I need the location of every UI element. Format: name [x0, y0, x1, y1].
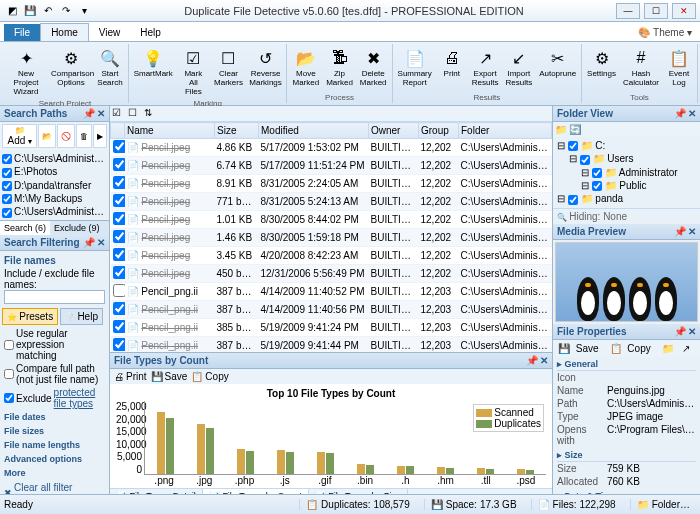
- protected-types-link[interactable]: protected file types: [54, 387, 105, 409]
- tree-node[interactable]: ⊟ 📁 panda: [557, 192, 696, 205]
- filter-category[interactable]: File name lengths: [0, 438, 109, 452]
- move-marked[interactable]: 📂MoveMarked: [289, 44, 322, 92]
- filename-filter-input[interactable]: [4, 290, 105, 304]
- filter-category[interactable]: File dates: [0, 410, 109, 424]
- sp-tool-1[interactable]: 📂: [38, 124, 56, 148]
- chart-print-button[interactable]: 🖨 Print: [114, 371, 147, 382]
- print[interactable]: 🖨Print: [436, 44, 468, 92]
- smartmark[interactable]: 💡SmartMark: [131, 44, 175, 98]
- start-search[interactable]: 🔍StartSearch: [94, 44, 126, 98]
- tab-file[interactable]: File: [4, 24, 40, 41]
- filter-category[interactable]: File sizes: [0, 424, 109, 438]
- table-row[interactable]: 📄 Pencil_png.ii387 b…5/19/2009 9:41:44 P…: [111, 337, 552, 353]
- pin-icon[interactable]: 📌: [83, 108, 95, 119]
- table-row[interactable]: 📄 Pencil.jpeg6.74 KB5/17/2009 11:51:24 P…: [111, 157, 552, 175]
- regex-checkbox[interactable]: [4, 340, 14, 350]
- sp-tool-2[interactable]: 🚫: [57, 124, 75, 148]
- add-path-button[interactable]: 📁 Add ▾: [2, 124, 37, 148]
- sp-tool-3[interactable]: 🗑: [76, 124, 92, 148]
- results-grid[interactable]: NameSizeModifiedOwnerGroupFolder📄 Pencil…: [110, 122, 552, 352]
- grid-tool-icon[interactable]: ☐: [128, 107, 142, 121]
- fp-copy-button[interactable]: 📋 Copy: [607, 342, 657, 355]
- reverse-markings[interactable]: ↺ReverseMarkings: [247, 44, 285, 98]
- event-log[interactable]: 📋EventLog: [663, 44, 695, 92]
- tab-help[interactable]: Help: [130, 24, 171, 41]
- col-header[interactable]: Name: [125, 123, 215, 139]
- presets-button[interactable]: ⭐ Presets: [2, 308, 58, 325]
- path-checkbox[interactable]: [2, 194, 12, 204]
- qat-undo-icon[interactable]: ↶: [40, 3, 56, 19]
- path-checkbox[interactable]: [2, 154, 12, 164]
- table-row[interactable]: 📄 Pencil.jpeg1.01 KB8/30/2005 8:44:02 PM…: [111, 211, 552, 229]
- table-row[interactable]: 📄 Pencil.jpeg771 b…8/31/2005 5:24:13 AMB…: [111, 193, 552, 211]
- close-panel-icon[interactable]: ✕: [97, 108, 105, 119]
- close-panel-icon[interactable]: ✕: [540, 355, 548, 366]
- import-results[interactable]: ↙ImportResults: [502, 44, 535, 92]
- tree-node[interactable]: ⊟ 📁 Users: [557, 152, 696, 165]
- settings[interactable]: ⚙Settings: [584, 44, 619, 92]
- help-button[interactable]: ❔ Help: [60, 308, 103, 325]
- hash-calculator[interactable]: #HashCalculator: [620, 44, 662, 92]
- table-row[interactable]: 📄 Pencil.jpeg4.86 KB5/17/2009 1:53:02 PM…: [111, 139, 552, 157]
- row-checkbox[interactable]: [113, 140, 125, 153]
- close-panel-icon[interactable]: ✕: [97, 237, 105, 248]
- qat-redo-icon[interactable]: ↷: [58, 3, 74, 19]
- autoprune[interactable]: ✂Autoprune: [536, 44, 579, 92]
- props-section-header[interactable]: ▸ Date & Time: [557, 490, 696, 494]
- close-panel-icon[interactable]: ✕: [688, 326, 696, 337]
- row-checkbox[interactable]: [113, 212, 125, 225]
- node-checkbox[interactable]: [568, 195, 578, 205]
- table-row[interactable]: 📄 Pencil.jpeg8.91 KB8/31/2005 2:24:05 AM…: [111, 175, 552, 193]
- table-row[interactable]: 📄 Pencil.jpeg1.46 KB8/30/2005 1:59:18 PM…: [111, 229, 552, 247]
- chart-copy-button[interactable]: 📋 Copy: [191, 371, 228, 382]
- clear-markers[interactable]: ☐ClearMarkers: [211, 44, 245, 98]
- node-checkbox[interactable]: [592, 168, 602, 178]
- close-panel-icon[interactable]: ✕: [688, 108, 696, 119]
- qat-dropdown-icon[interactable]: ▾: [76, 3, 92, 19]
- col-header[interactable]: Modified: [259, 123, 369, 139]
- new-project-wizard[interactable]: ✦New ProjectWizard: [4, 44, 48, 98]
- col-header[interactable]: Owner: [369, 123, 419, 139]
- minimize-button[interactable]: —: [616, 3, 640, 19]
- node-checkbox[interactable]: [568, 141, 578, 151]
- export-results[interactable]: ↗ExportResults: [469, 44, 502, 92]
- row-checkbox[interactable]: [113, 284, 125, 297]
- chart-save-button[interactable]: 💾 Save: [151, 371, 188, 382]
- filter-category[interactable]: Advanced options: [0, 452, 109, 466]
- pin-icon[interactable]: 📌: [674, 226, 686, 237]
- theme-picker[interactable]: 🎨 Theme ▾: [630, 24, 700, 41]
- search-path-item[interactable]: C:\Users\Administrator\Documents: [2, 205, 107, 218]
- tree-node[interactable]: ⊟ 📁 Public: [557, 179, 696, 192]
- delete-marked[interactable]: ✖DeleteMarked: [357, 44, 390, 92]
- chart-tab[interactable]: 📊 File Types by Count: [203, 489, 309, 494]
- search-path-item[interactable]: D:\panda\transfer: [2, 179, 107, 192]
- qat-save-icon[interactable]: 💾: [22, 3, 38, 19]
- node-checkbox[interactable]: [592, 181, 602, 191]
- chart-tab[interactable]: 📊 File Types by Size: [309, 489, 408, 494]
- grid-tool-icon[interactable]: ☑: [112, 107, 126, 121]
- node-checkbox[interactable]: [580, 155, 590, 165]
- path-checkbox[interactable]: [2, 168, 12, 178]
- pin-icon[interactable]: 📌: [674, 326, 686, 337]
- exclude-protected-checkbox[interactable]: [4, 393, 14, 403]
- row-checkbox[interactable]: [113, 230, 125, 243]
- table-row[interactable]: 📄 Pencil.jpeg450 b…12/31/2006 5:56:49 PM…: [111, 265, 552, 283]
- clear-filter-link[interactable]: ✖ Clear all filter criteria: [0, 480, 109, 494]
- tab-home[interactable]: Home: [40, 23, 89, 41]
- col-header[interactable]: Size: [215, 123, 259, 139]
- pin-icon[interactable]: 📌: [674, 108, 686, 119]
- grid-tool-icon[interactable]: ⇅: [144, 107, 158, 121]
- row-checkbox[interactable]: [113, 194, 125, 207]
- fp-save-button[interactable]: 💾 Save: [555, 342, 605, 355]
- row-checkbox[interactable]: [113, 158, 125, 171]
- search-path-item[interactable]: M:\My Backups: [2, 192, 107, 205]
- table-row[interactable]: 📄 Pencil_png.ii385 b…5/19/2009 9:41:24 P…: [111, 319, 552, 337]
- row-checkbox[interactable]: [113, 302, 125, 315]
- close-button[interactable]: ✕: [672, 3, 696, 19]
- props-section-header[interactable]: ▸ General: [557, 358, 696, 371]
- search-path-item[interactable]: E:\Photos: [2, 165, 107, 178]
- table-row[interactable]: 📄 Pencil_png.ii387 b…4/14/2009 11:40:52 …: [111, 283, 552, 301]
- tab-view[interactable]: View: [89, 24, 131, 41]
- table-row[interactable]: 📄 Pencil_png.ii387 b…4/14/2009 11:40:56 …: [111, 301, 552, 319]
- pin-icon[interactable]: 📌: [83, 237, 95, 248]
